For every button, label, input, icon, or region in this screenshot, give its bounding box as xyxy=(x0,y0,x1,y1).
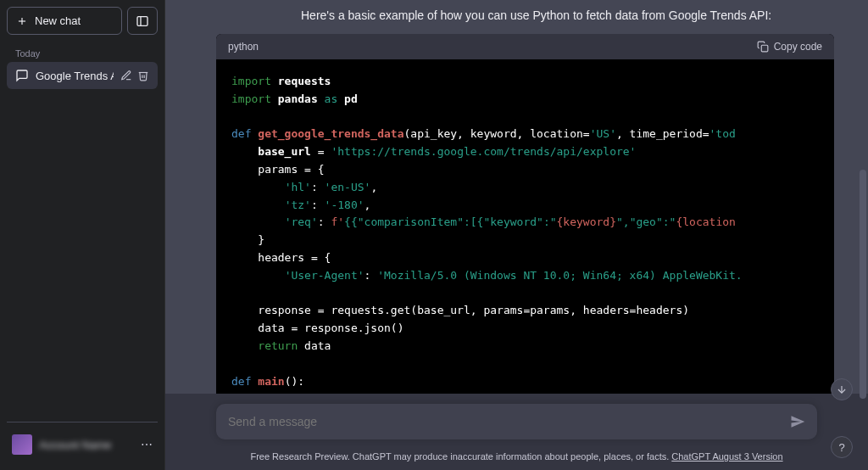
plus-icon xyxy=(16,15,28,27)
assistant-intro-text: Here's a basic example of how you can us… xyxy=(216,0,834,22)
panel-icon xyxy=(136,14,149,28)
send-button[interactable] xyxy=(790,414,805,429)
scroll-to-bottom-button[interactable] xyxy=(831,378,853,400)
send-icon xyxy=(790,414,805,429)
footer-note: Free Research Preview. ChatGPT may produ… xyxy=(165,445,868,470)
user-row[interactable]: Account Name ⋯ xyxy=(7,426,158,463)
message-input[interactable] xyxy=(228,415,790,428)
copy-code-button[interactable]: Copy code xyxy=(757,41,822,53)
question-icon: ? xyxy=(838,441,844,454)
svg-rect-2 xyxy=(137,16,147,25)
sidebar-item-chat[interactable]: Google Trends API Gui xyxy=(7,62,158,89)
chat-item-title: Google Trends API Gui xyxy=(36,70,114,82)
code-block: python Copy code import requests import … xyxy=(216,34,834,394)
sidebar-top: New chat xyxy=(7,7,158,35)
code-language-label: python xyxy=(228,41,259,53)
footer-version-link[interactable]: ChatGPT August 3 Version xyxy=(671,451,782,462)
user-menu-button[interactable]: ⋯ xyxy=(141,438,153,451)
copy-label: Copy code xyxy=(774,41,822,53)
arrow-down-icon xyxy=(836,383,848,395)
chat-item-actions xyxy=(120,70,149,81)
edit-icon[interactable] xyxy=(120,70,132,81)
chat-icon xyxy=(15,69,29,82)
collapse-sidebar-button[interactable] xyxy=(127,7,158,35)
message-input-row[interactable] xyxy=(216,404,817,439)
code-header: python Copy code xyxy=(216,34,834,59)
code-body: import requests import pandas as pd def … xyxy=(216,59,834,394)
scrollbar[interactable] xyxy=(860,170,866,399)
user-name: Account Name xyxy=(39,439,134,451)
sidebar: New chat Today Google Trends API Gui Acc… xyxy=(0,0,165,470)
section-label: Today xyxy=(7,42,158,62)
help-button[interactable]: ? xyxy=(831,436,853,458)
trash-icon[interactable] xyxy=(137,70,149,81)
input-area xyxy=(165,394,868,445)
new-chat-button[interactable]: New chat xyxy=(7,7,122,35)
new-chat-label: New chat xyxy=(35,14,81,27)
svg-rect-4 xyxy=(761,45,768,52)
main: Here's a basic example of how you can us… xyxy=(165,0,868,470)
clipboard-icon xyxy=(757,41,769,53)
content-area[interactable]: Here's a basic example of how you can us… xyxy=(165,0,868,394)
avatar xyxy=(12,434,32,455)
sidebar-divider xyxy=(7,422,158,422)
